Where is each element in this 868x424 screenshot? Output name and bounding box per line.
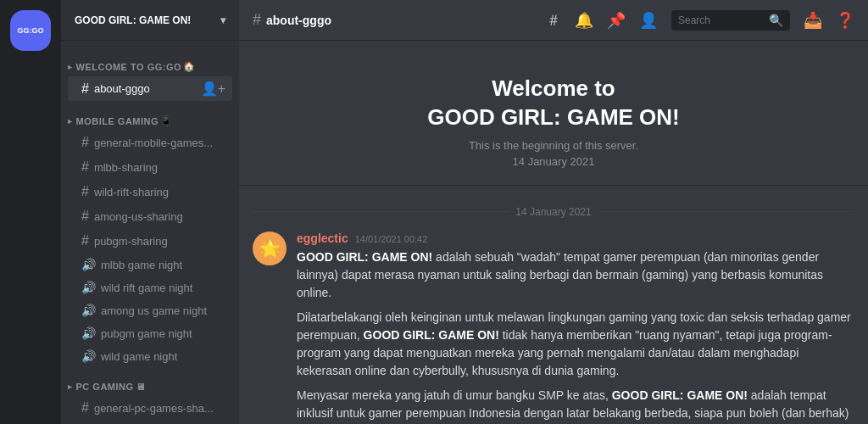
help-icon[interactable]: ❓: [836, 11, 854, 30]
channel-item-wild-rift-sharing[interactable]: # wild-rift-sharing: [68, 180, 232, 204]
channel-item-about-gggo[interactable]: # about-gggo 👤+: [68, 76, 232, 101]
channel-label: pubgm game night: [101, 327, 192, 340]
channel-label: wild game night: [101, 350, 177, 363]
messages-area: Welcome to GOOD GIRL: GAME ON! This is t…: [239, 41, 868, 424]
welcome-date: 14 January 2021: [256, 155, 851, 168]
channel-item-valorant-sharing[interactable]: # valorant-sharing: [68, 421, 232, 424]
add-member-icon[interactable]: 👤+: [201, 81, 225, 97]
channel-item-mlbb-sharing[interactable]: # mlbb-sharing: [68, 155, 232, 179]
speaker-icon: 🔊: [81, 281, 96, 294]
channel-label: mlbb-sharing: [94, 161, 158, 174]
category-pc-gaming[interactable]: ▸ PC GAMING 🖥: [61, 368, 239, 395]
hash-icon: #: [81, 400, 89, 416]
speaker-icon: 🔊: [81, 258, 96, 271]
top-bar-icons: ＃ 🔔 📌 👤 🔍 📥 ❓: [546, 10, 854, 31]
main-content: # about-gggo ＃ 🔔 📌 👤 🔍 📥 ❓ Welcome to GO…: [239, 0, 868, 424]
channel-label: mlbb game night: [101, 259, 182, 271]
server-icon-label: GG:GO: [18, 26, 44, 36]
timestamp: 14/01/2021 00:42: [355, 234, 428, 244]
message: 🌟 egglectic 14/01/2021 00:42 GOOD GIRL: …: [239, 225, 868, 424]
date-divider-label: 14 January 2021: [515, 206, 591, 218]
channel-item-wild-rift-game-night[interactable]: 🔊 wild rift game night: [68, 276, 232, 298]
channel-label: pubgm-sharing: [94, 235, 168, 248]
speaker-icon: 🔊: [81, 304, 96, 317]
channel-list: ▸ WELCOME TO GG:GO 🏠 # about-gggo 👤+ ▸ M…: [61, 41, 239, 424]
welcome-subtitle: This is the beginning of this server.: [256, 139, 851, 152]
hash-icon: #: [81, 233, 89, 248]
category-welcome[interactable]: ▸ WELCOME TO GG:GO 🏠: [61, 47, 239, 75]
message-paragraph: GOOD GIRL: GAME ON! adalah sebuah "wadah…: [297, 248, 854, 302]
welcome-title: Welcome to GOOD GIRL: GAME ON!: [256, 75, 851, 132]
server-icon[interactable]: GG:GO: [10, 10, 51, 51]
channel-hash-icon: #: [253, 11, 261, 29]
channel-label: wild-rift-sharing: [94, 186, 169, 198]
speaker-icon: 🔊: [81, 326, 96, 340]
server-name: GOOD GIRL: GAME ON!: [75, 14, 191, 26]
channel-sidebar: GOOD GIRL: GAME ON! ▾ ▸ WELCOME TO GG:GO…: [61, 0, 239, 424]
members-icon[interactable]: 👤: [639, 11, 658, 30]
avatar: 🌟: [253, 232, 287, 265]
category-arrow-icon: ▸: [68, 63, 73, 71]
channel-label: wild rift game night: [101, 282, 192, 294]
search-icon: 🔍: [769, 14, 783, 27]
server-header[interactable]: GOOD GIRL: GAME ON! ▾: [61, 0, 239, 41]
channel-label: among us game night: [101, 304, 207, 317]
channel-label: general-mobile-games...: [94, 137, 213, 149]
top-bar: # about-gggo ＃ 🔔 📌 👤 🔍 📥 ❓: [239, 0, 868, 41]
top-bar-channel-name: about-gggo: [266, 14, 331, 27]
channel-item-among-us-sharing[interactable]: # among-us-sharing: [68, 204, 232, 228]
message-text: GOOD GIRL: GAME ON! adalah sebuah "wadah…: [297, 248, 854, 424]
search-input[interactable]: [678, 14, 764, 26]
channel-item-wild-game-night[interactable]: 🔊 wild game night: [68, 345, 232, 367]
channel-item-general-mobile[interactable]: # general-mobile-games...: [68, 131, 232, 154]
search-box[interactable]: 🔍: [671, 10, 790, 31]
message-content: egglectic 14/01/2021 00:42 GOOD GIRL: GA…: [297, 232, 854, 424]
welcome-line2: GOOD GIRL: GAME ON!: [427, 104, 680, 130]
channel-label: among-us-sharing: [94, 210, 183, 223]
channel-item-mlbb-game-night[interactable]: 🔊 mlbb game night: [68, 254, 232, 276]
channel-item-among-us-game-night[interactable]: 🔊 among us game night: [68, 299, 232, 321]
welcome-line1: Welcome to: [492, 75, 615, 101]
hashtag-icon[interactable]: ＃: [546, 10, 561, 31]
category-mobile-gaming[interactable]: ▸ MOBILE GAMING 📱: [61, 102, 239, 130]
hash-icon: #: [81, 209, 89, 224]
channel-item-pubgm-sharing[interactable]: # pubgm-sharing: [68, 229, 232, 253]
bold-text: GOOD GIRL: GAME ON!: [612, 388, 748, 402]
server-sidebar: GG:GO: [0, 0, 61, 424]
bold-text: GOOD GIRL: GAME ON!: [297, 250, 432, 264]
channel-label: about-gggo: [94, 82, 150, 95]
channel-label: general-pc-games-sha...: [94, 402, 214, 415]
top-bar-channel: # about-gggo: [253, 11, 331, 29]
message-paragraph: Menyasar mereka yang jatuh di umur bangk…: [297, 387, 854, 424]
chevron-down-icon: ▾: [220, 14, 225, 26]
pin-icon[interactable]: 📌: [607, 11, 626, 30]
date-divider: 14 January 2021: [239, 199, 868, 225]
hash-icon: #: [81, 184, 89, 199]
bold-text: GOOD GIRL: GAME ON!: [364, 328, 499, 342]
message-header: egglectic 14/01/2021 00:42: [297, 232, 854, 245]
category-arrow-icon: ▸: [68, 117, 73, 126]
channel-item-general-pc[interactable]: # general-pc-games-sha...: [68, 396, 232, 420]
inbox-icon[interactable]: 📥: [804, 11, 822, 30]
bell-icon[interactable]: 🔔: [575, 11, 593, 30]
message-paragraph: Dilatarbelakangi oleh keinginan untuk me…: [297, 309, 854, 380]
hash-icon: #: [81, 135, 89, 150]
hash-icon: #: [81, 159, 89, 175]
category-arrow-icon: ▸: [68, 382, 73, 391]
username: egglectic: [297, 232, 348, 245]
welcome-banner: Welcome to GOOD GIRL: GAME ON! This is t…: [239, 41, 868, 186]
speaker-icon: 🔊: [81, 349, 96, 363]
channel-item-pubgm-game-night[interactable]: 🔊 pubgm game night: [68, 322, 232, 344]
hash-icon: #: [81, 81, 89, 97]
